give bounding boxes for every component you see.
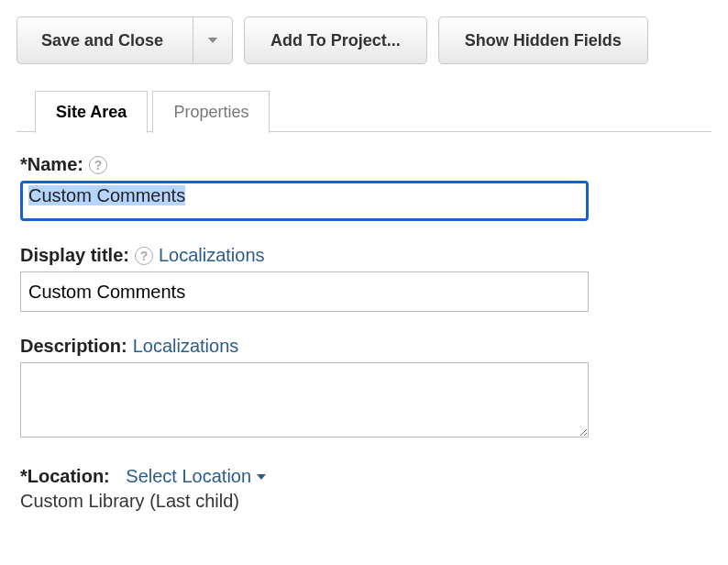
save-and-close-button[interactable]: Save and Close xyxy=(17,17,193,64)
toolbar: Save and Close Add To Project... Show Hi… xyxy=(17,17,711,64)
add-to-project-button[interactable]: Add To Project... xyxy=(244,17,427,64)
tabs: Site Area Properties xyxy=(17,90,711,132)
location-field: *Location: Select Location Custom Librar… xyxy=(20,466,708,512)
display-title-input[interactable] xyxy=(20,271,589,312)
form: *Name: ? Custom Comments Display title: … xyxy=(17,132,711,512)
description-label: Description: xyxy=(20,336,127,357)
name-input[interactable]: Custom Comments xyxy=(20,181,589,221)
location-label: *Location: xyxy=(20,466,110,487)
description-field: Description: Localizations xyxy=(20,336,708,442)
display-title-field: Display title: ? Localizations xyxy=(20,245,708,312)
save-and-close-dropdown-button[interactable] xyxy=(193,17,233,64)
location-value: Custom Library (Last child) xyxy=(20,491,708,512)
display-title-label: Display title: xyxy=(20,245,129,266)
description-textarea[interactable] xyxy=(20,362,589,438)
chevron-down-icon xyxy=(208,38,217,43)
display-title-localizations-link[interactable]: Localizations xyxy=(159,245,265,266)
name-field: *Name: ? Custom Comments xyxy=(20,154,708,221)
chevron-down-icon xyxy=(257,474,266,480)
tab-site-area[interactable]: Site Area xyxy=(35,91,148,133)
select-location-link[interactable]: Select Location xyxy=(126,466,266,487)
help-icon[interactable]: ? xyxy=(89,156,107,174)
save-close-split: Save and Close xyxy=(17,17,233,64)
description-localizations-link[interactable]: Localizations xyxy=(133,336,239,357)
name-label: *Name: xyxy=(20,154,83,175)
help-icon[interactable]: ? xyxy=(135,247,153,265)
show-hidden-fields-button[interactable]: Show Hidden Fields xyxy=(438,17,648,64)
tab-properties[interactable]: Properties xyxy=(152,91,270,133)
select-location-text: Select Location xyxy=(126,466,251,487)
